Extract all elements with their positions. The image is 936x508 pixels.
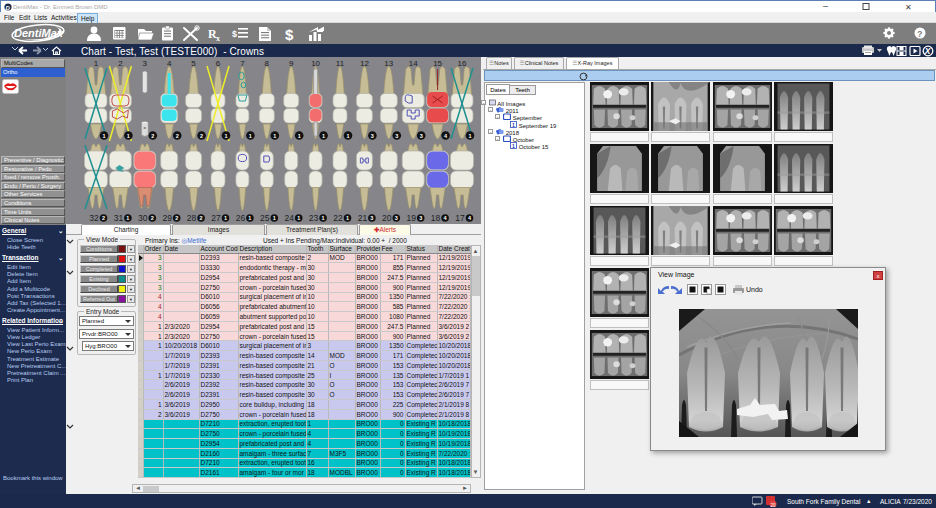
svg-text:1: 1 [249, 133, 252, 139]
svg-text:28: 28 [187, 213, 197, 223]
svg-text:19: 19 [406, 213, 416, 223]
svg-text:20: 20 [771, 503, 777, 508]
svg-text:21: 21 [358, 213, 368, 223]
svg-text:2: 2 [200, 133, 203, 139]
svg-text:25: 25 [260, 213, 270, 223]
svg-text:$: $ [232, 29, 237, 39]
svg-text:3: 3 [370, 215, 373, 221]
svg-text:2: 2 [151, 215, 154, 221]
svg-text:2: 2 [102, 215, 105, 221]
svg-text:30: 30 [138, 213, 148, 223]
svg-text:20: 20 [382, 213, 392, 223]
svg-text:2: 2 [118, 59, 123, 68]
svg-text:2: 2 [175, 215, 178, 221]
svg-text:1: 1 [273, 215, 276, 221]
svg-text:1: 1 [224, 133, 227, 139]
svg-text:?: ? [917, 29, 923, 39]
svg-text:$: $ [285, 26, 294, 43]
svg-text:1: 1 [346, 133, 349, 139]
svg-text:1: 1 [94, 59, 99, 68]
svg-text:26: 26 [236, 213, 246, 223]
svg-text:3: 3 [371, 133, 374, 139]
svg-text:1: 1 [322, 215, 325, 221]
svg-text:1: 1 [322, 133, 325, 139]
svg-text:17: 17 [455, 213, 465, 223]
svg-text:1: 1 [224, 215, 227, 221]
svg-text:2: 2 [151, 133, 154, 139]
svg-text:22: 22 [333, 213, 343, 223]
svg-text:1: 1 [273, 133, 276, 139]
svg-text:2: 2 [200, 215, 203, 221]
svg-text:2: 2 [176, 133, 179, 139]
svg-text:23: 23 [309, 213, 319, 223]
svg-text:3: 3 [395, 133, 398, 139]
svg-text:3: 3 [395, 215, 398, 221]
svg-text:1: 1 [248, 215, 251, 221]
svg-text:1: 1 [297, 215, 300, 221]
svg-text:1: 1 [298, 133, 301, 139]
svg-text:1: 1 [512, 121, 515, 127]
svg-text:27: 27 [211, 213, 221, 223]
svg-text:18: 18 [431, 213, 441, 223]
svg-text:D: D [6, 5, 11, 11]
svg-text:1: 1 [127, 133, 130, 139]
svg-text:x: x [216, 34, 220, 43]
svg-text:1: 1 [512, 143, 515, 149]
svg-text:3: 3 [420, 133, 423, 139]
svg-text:3: 3 [143, 59, 148, 68]
svg-text:DentiMax: DentiMax [14, 27, 64, 39]
svg-text:3: 3 [419, 215, 422, 221]
svg-text:29: 29 [162, 213, 172, 223]
svg-text:24: 24 [284, 213, 294, 223]
svg-text:32: 32 [89, 213, 99, 223]
svg-text:✕: ✕ [905, 3, 912, 12]
svg-text:31: 31 [114, 213, 124, 223]
svg-text:1: 1 [468, 133, 471, 139]
svg-text:–: – [823, 1, 828, 11]
svg-text:1: 1 [126, 215, 129, 221]
svg-text:1: 1 [102, 133, 105, 139]
svg-text:1: 1 [346, 215, 349, 221]
